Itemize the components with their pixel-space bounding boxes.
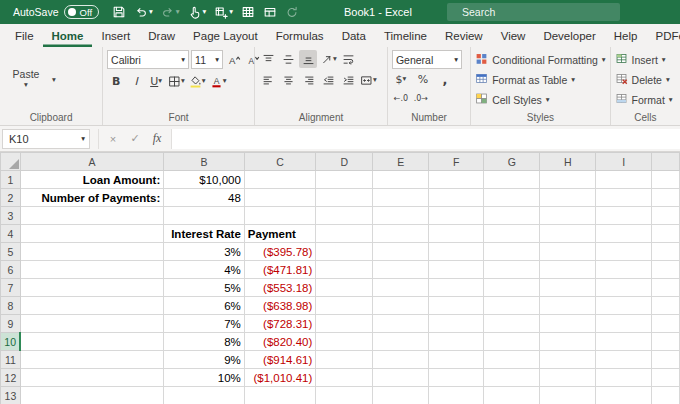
cell-F4[interactable] (429, 225, 484, 243)
cell-partial5[interactable] (651, 243, 679, 261)
sync-button[interactable] (285, 5, 299, 19)
cell-I9[interactable] (596, 315, 652, 333)
number-format-combo[interactable]: General▾ (392, 50, 462, 69)
conditional-formatting-button[interactable]: Conditional Formatting▾ (475, 50, 605, 69)
font-name-combo[interactable]: Calibri▾ (107, 50, 189, 69)
cell-D12[interactable] (316, 369, 373, 387)
cell-E10[interactable] (373, 333, 429, 351)
row-header-8[interactable]: 8 (1, 297, 21, 315)
cell-G3[interactable] (484, 207, 540, 225)
cell-C6[interactable]: ($471.81) (244, 261, 315, 279)
cell-E13[interactable] (373, 387, 429, 404)
insert-cells-button[interactable]: Insert▾ (615, 50, 673, 69)
cell-C5[interactable]: ($395.78) (244, 243, 315, 261)
cell-partial8[interactable] (651, 297, 679, 315)
cell-partial13[interactable] (651, 387, 679, 404)
row-header-1[interactable]: 1 (1, 171, 21, 189)
cell-D7[interactable] (316, 279, 373, 297)
cell-partial10[interactable] (651, 333, 679, 351)
cell-A7[interactable] (20, 279, 163, 297)
cell-D11[interactable] (316, 351, 373, 369)
cell-H9[interactable] (540, 315, 596, 333)
orientation-button[interactable]: ▾ (319, 50, 338, 68)
tab-review[interactable]: Review (436, 24, 492, 47)
cell-B10[interactable]: 8% (164, 333, 245, 351)
row-header-3[interactable]: 3 (1, 207, 21, 225)
cell-I10[interactable] (596, 333, 652, 351)
tab-timeline[interactable]: Timeline (375, 24, 436, 47)
cell-partial1[interactable] (651, 171, 679, 189)
bottom-align-button[interactable] (299, 50, 317, 68)
cut-button[interactable] (51, 52, 69, 69)
cell-I11[interactable] (596, 351, 652, 369)
cell-D1[interactable] (316, 171, 373, 189)
copy-button[interactable]: ▾ (51, 71, 69, 88)
cell-C4[interactable]: Payment (244, 225, 315, 243)
wrap-text-button[interactable] (340, 50, 358, 68)
cell-B2[interactable]: 48 (164, 189, 245, 207)
tab-file[interactable]: File (6, 24, 43, 47)
cell-E11[interactable] (373, 351, 429, 369)
bold-button[interactable]: B (107, 72, 125, 90)
touch-mouse-mode-button[interactable]: ▾ (188, 5, 207, 19)
paste-button[interactable]: Paste ▾ (4, 50, 48, 106)
cell-A4[interactable] (20, 225, 163, 243)
cell-B8[interactable]: 6% (164, 297, 245, 315)
cell-I5[interactable] (596, 243, 652, 261)
cell-G6[interactable] (484, 261, 540, 279)
font-size-combo[interactable]: 11▾ (191, 50, 223, 69)
cell-I3[interactable] (596, 207, 652, 225)
row-header-5[interactable]: 5 (1, 243, 21, 261)
cell-G12[interactable] (484, 369, 540, 387)
cell-H1[interactable] (540, 171, 596, 189)
cell-I4[interactable] (596, 225, 652, 243)
undo-button[interactable]: ▾ (134, 5, 153, 19)
cell-G1[interactable] (484, 171, 540, 189)
cell-D4[interactable] (316, 225, 373, 243)
column-header-partial[interactable] (651, 153, 679, 171)
cell-B5[interactable]: 3% (164, 243, 245, 261)
cell-I2[interactable] (596, 189, 652, 207)
format-cells-button[interactable]: Format▾ (615, 90, 673, 109)
row-header-12[interactable]: 12 (1, 369, 21, 387)
tab-insert[interactable]: Insert (92, 24, 139, 47)
cell-D10[interactable] (316, 333, 373, 351)
cell-F5[interactable] (429, 243, 484, 261)
fill-color-button[interactable]: ▾ (188, 72, 207, 90)
cell-styles-button[interactable]: Cell Styles▾ (475, 90, 605, 109)
middle-align-button[interactable] (279, 50, 297, 68)
row-header-2[interactable]: 2 (1, 189, 21, 207)
increase-decimal-button[interactable]: ←.0 (392, 89, 410, 107)
cell-F8[interactable] (429, 297, 484, 315)
cell-A5[interactable] (20, 243, 163, 261)
cell-E7[interactable] (373, 279, 429, 297)
cell-A2[interactable]: Number of Payments: (20, 189, 163, 207)
cell-partial4[interactable] (651, 225, 679, 243)
cell-D8[interactable] (316, 297, 373, 315)
cell-F7[interactable] (429, 279, 484, 297)
cell-F11[interactable] (429, 351, 484, 369)
cell-partial3[interactable] (651, 207, 679, 225)
row-header-7[interactable]: 7 (1, 279, 21, 297)
tab-formulas[interactable]: Formulas (267, 24, 333, 47)
align-left-button[interactable] (259, 71, 277, 89)
cell-A9[interactable] (20, 315, 163, 333)
cell-H8[interactable] (540, 297, 596, 315)
tab-home[interactable]: Home (43, 24, 93, 47)
cell-G4[interactable] (484, 225, 540, 243)
quick-table-button[interactable]: ▾ (214, 5, 233, 19)
cell-B7[interactable]: 5% (164, 279, 245, 297)
cell-C2[interactable] (244, 189, 315, 207)
cell-F3[interactable] (429, 207, 484, 225)
cell-partial12[interactable] (651, 369, 679, 387)
cell-F9[interactable] (429, 315, 484, 333)
top-align-button[interactable] (259, 50, 277, 68)
underline-button[interactable]: U▾ (147, 72, 165, 90)
cell-H3[interactable] (540, 207, 596, 225)
column-header-G[interactable]: G (484, 153, 540, 171)
column-header-H[interactable]: H (540, 153, 596, 171)
search-input[interactable] (462, 6, 612, 18)
cell-I6[interactable] (596, 261, 652, 279)
cell-C9[interactable]: ($728.31) (244, 315, 315, 333)
cell-H4[interactable] (540, 225, 596, 243)
